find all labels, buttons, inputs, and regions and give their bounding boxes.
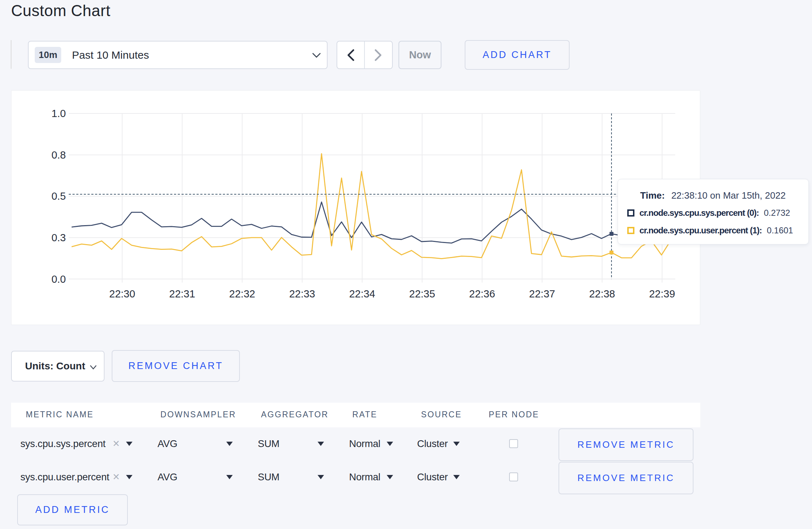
caret-down-icon (318, 475, 324, 479)
tooltip-series-row: cr.node.sys.cpu.sys.percent (0): 0.2732 (627, 208, 790, 218)
page-title: Custom Chart (11, 2, 110, 20)
clear-metric-icon[interactable]: ✕ (112, 472, 120, 482)
metric-name-select[interactable]: sys.cpu.sys.percent (20, 427, 106, 460)
remove-metric-button[interactable]: REMOVE METRIC (559, 428, 693, 461)
tooltip-time-value: 22:38:10 on Mar 15th, 2022 (671, 190, 786, 201)
x-tick-label: 22:38 (589, 288, 615, 300)
units-select[interactable]: Units: Count (11, 351, 105, 382)
column-header-downsampler: DOWNSAMPLER (160, 410, 236, 419)
x-tick-label: 22:31 (169, 288, 195, 300)
caret-down-icon (226, 442, 233, 446)
tooltip-series-label: cr.node.sys.cpu.user.percent (1): (639, 225, 762, 236)
x-tick-label: 22:37 (529, 288, 555, 300)
caret-down-icon (126, 442, 132, 446)
rate-select[interactable]: Normal (349, 427, 380, 460)
chevron-down-icon (90, 365, 97, 370)
x-tick-label: 22:32 (229, 288, 255, 300)
series-swatch-sys (627, 209, 634, 217)
chart-panel: 0.00.30.50.81.022:3022:3122:3222:3322:34… (11, 90, 700, 325)
downsampler-select[interactable]: AVG (158, 427, 177, 460)
next-time-button[interactable] (365, 42, 392, 68)
time-step-buttons (337, 41, 393, 69)
x-tick-label: 22:39 (649, 288, 675, 300)
x-tick-label: 22:35 (409, 288, 435, 300)
add-metric-button[interactable]: ADD METRIC (17, 494, 128, 525)
column-header-source: SOURCE (421, 410, 462, 419)
series-swatch-user (627, 227, 634, 234)
toolbar-divider (11, 40, 11, 69)
y-tick-label: 0.8 (52, 149, 66, 161)
column-header-rate: RATE (352, 410, 377, 419)
per-node-checkbox[interactable] (509, 472, 518, 481)
time-window-select[interactable]: 10m Past 10 Minutes (28, 41, 328, 69)
x-tick-label: 22:34 (349, 288, 375, 300)
add-chart-button[interactable]: ADD CHART (465, 40, 570, 70)
column-header-aggregator: AGGREGATOR (261, 410, 329, 419)
x-tick-label: 22:30 (109, 288, 135, 300)
time-window-label: Past 10 Minutes (72, 49, 149, 61)
metric-name-value: sys.cpu.sys.percent (20, 438, 106, 450)
metric-name-select[interactable]: sys.cpu.user.percent (20, 461, 109, 494)
caret-down-icon (226, 475, 233, 479)
y-tick-label: 0.5 (52, 190, 66, 202)
caret-down-icon (387, 475, 393, 479)
metric-row: sys.cpu.user.percent✕AVGSUMNormalCluster… (0, 461, 812, 494)
tooltip-series-row: cr.node.sys.cpu.user.percent (1): 0.1601 (627, 225, 793, 236)
tooltip-time-label: Time: (640, 190, 665, 201)
metric-name-value: sys.cpu.user.percent (20, 471, 109, 483)
downsampler-select[interactable]: AVG (158, 461, 177, 494)
source-select[interactable]: Cluster (417, 461, 448, 494)
chart-tooltip: Time:22:38:10 on Mar 15th, 2022 cr.node.… (618, 179, 809, 244)
remove-metric-button[interactable]: REMOVE METRIC (559, 462, 693, 494)
remove-chart-button[interactable]: REMOVE CHART (112, 350, 240, 382)
chevron-down-icon (312, 53, 321, 58)
column-header-metric-name: METRIC NAME (26, 410, 94, 419)
column-header-per-node: PER NODE (489, 410, 539, 419)
source-select[interactable]: Cluster (417, 427, 448, 460)
caret-down-icon (318, 442, 324, 446)
now-button[interactable]: Now (398, 41, 441, 69)
tooltip-time-row: Time:22:38:10 on Mar 15th, 2022 (640, 190, 786, 201)
metrics-table-header: METRIC NAME DOWNSAMPLER AGGREGATOR RATE … (11, 403, 700, 427)
caret-down-icon (126, 475, 132, 479)
hover-point (609, 232, 613, 236)
clear-metric-icon[interactable]: ✕ (112, 438, 120, 449)
tooltip-series-label: cr.node.sys.cpu.sys.percent (0): (639, 208, 759, 218)
x-tick-label: 22:33 (289, 288, 315, 300)
tooltip-series-value: 0.1601 (767, 225, 793, 236)
caret-down-icon (387, 442, 393, 446)
caret-down-icon (453, 442, 460, 446)
y-tick-label: 0.3 (52, 232, 66, 243)
tooltip-series-value: 0.2732 (764, 208, 790, 218)
chevron-right-icon (374, 49, 382, 61)
series-line (72, 154, 681, 258)
metric-row: sys.cpu.sys.percent✕AVGSUMNormalClusterR… (0, 427, 812, 460)
aggregator-select[interactable]: SUM (258, 461, 280, 494)
line-chart[interactable]: 0.00.30.50.81.022:3022:3122:3222:3322:34… (11, 91, 700, 325)
chevron-left-icon (347, 49, 354, 61)
y-tick-label: 0.0 (52, 273, 66, 285)
caret-down-icon (453, 475, 460, 479)
time-window-badge: 10m (35, 47, 61, 63)
x-tick-label: 22:36 (469, 288, 495, 300)
prev-time-button[interactable] (337, 42, 365, 68)
per-node-checkbox[interactable] (509, 439, 518, 448)
hover-point (609, 251, 613, 254)
y-tick-label: 1.0 (52, 108, 66, 119)
units-label: Units: Count (25, 360, 85, 372)
aggregator-select[interactable]: SUM (258, 427, 280, 460)
rate-select[interactable]: Normal (349, 461, 380, 494)
